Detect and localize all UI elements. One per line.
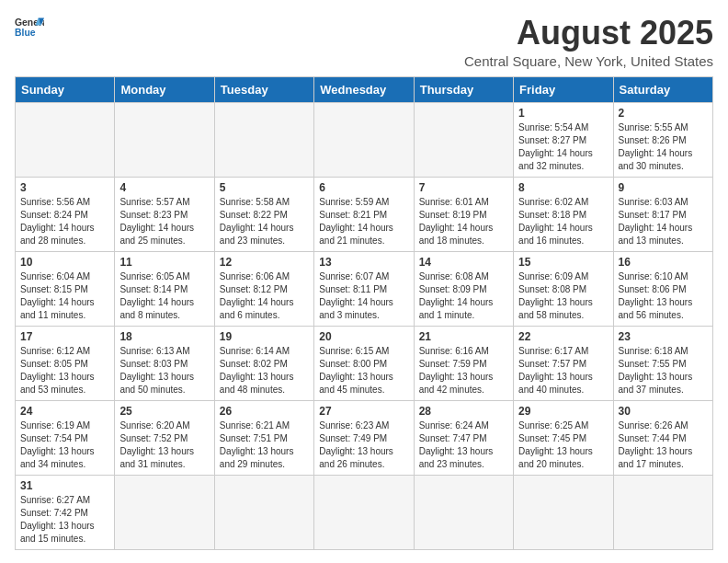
week-row-1: 1Sunrise: 5:54 AM Sunset: 8:27 PM Daylig… xyxy=(16,102,713,177)
day-number: 11 xyxy=(119,256,209,269)
day-info: Sunrise: 6:18 AM Sunset: 7:55 PM Dayligh… xyxy=(619,345,708,396)
calendar-cell: 6Sunrise: 5:59 AM Sunset: 8:21 PM Daylig… xyxy=(314,177,414,251)
day-info: Sunrise: 6:13 AM Sunset: 8:03 PM Dayligh… xyxy=(119,345,209,396)
day-number: 10 xyxy=(20,256,109,269)
calendar-cell: 19Sunrise: 6:14 AM Sunset: 8:02 PM Dayli… xyxy=(214,326,313,400)
calendar-cell xyxy=(16,102,115,177)
calendar-cell: 24Sunrise: 6:19 AM Sunset: 7:54 PM Dayli… xyxy=(16,400,115,475)
day-number: 15 xyxy=(518,256,608,269)
day-info: Sunrise: 5:59 AM Sunset: 8:21 PM Dayligh… xyxy=(319,196,408,247)
day-info: Sunrise: 6:17 AM Sunset: 7:57 PM Dayligh… xyxy=(518,345,608,396)
calendar-cell: 11Sunrise: 6:05 AM Sunset: 8:14 PM Dayli… xyxy=(115,251,214,326)
weekday-header-row: SundayMondayTuesdayWednesdayThursdayFrid… xyxy=(16,76,713,102)
calendar-cell: 20Sunrise: 6:15 AM Sunset: 8:00 PM Dayli… xyxy=(314,326,414,400)
calendar-cell: 4Sunrise: 5:57 AM Sunset: 8:23 PM Daylig… xyxy=(115,177,214,251)
day-number: 6 xyxy=(319,181,408,194)
calendar-cell: 2Sunrise: 5:55 AM Sunset: 8:26 PM Daylig… xyxy=(613,102,712,177)
day-info: Sunrise: 6:10 AM Sunset: 8:06 PM Dayligh… xyxy=(619,270,708,322)
day-info: Sunrise: 6:21 AM Sunset: 7:51 PM Dayligh… xyxy=(220,419,309,471)
day-number: 22 xyxy=(518,330,608,343)
day-number: 9 xyxy=(619,181,708,194)
day-info: Sunrise: 6:09 AM Sunset: 8:08 PM Dayligh… xyxy=(518,270,608,322)
week-row-2: 3Sunrise: 5:56 AM Sunset: 8:24 PM Daylig… xyxy=(16,177,713,251)
day-info: Sunrise: 6:07 AM Sunset: 8:11 PM Dayligh… xyxy=(319,270,408,322)
day-number: 29 xyxy=(518,405,608,418)
weekday-header-friday: Friday xyxy=(514,76,613,102)
svg-text:Blue: Blue xyxy=(15,28,36,38)
calendar-subtitle: Central Square, New York, United States xyxy=(464,53,713,69)
calendar-title: August 2025 xyxy=(464,15,713,52)
calendar-cell: 25Sunrise: 6:20 AM Sunset: 7:52 PM Dayli… xyxy=(115,400,214,475)
calendar-cell xyxy=(414,102,513,177)
day-info: Sunrise: 5:56 AM Sunset: 8:24 PM Dayligh… xyxy=(20,196,109,247)
logo: General Blue xyxy=(15,15,44,40)
day-number: 17 xyxy=(20,330,109,343)
calendar-cell: 17Sunrise: 6:12 AM Sunset: 8:05 PM Dayli… xyxy=(16,326,115,400)
calendar-cell: 12Sunrise: 6:06 AM Sunset: 8:12 PM Dayli… xyxy=(214,251,313,326)
day-info: Sunrise: 6:19 AM Sunset: 7:54 PM Dayligh… xyxy=(20,419,109,471)
calendar-cell: 18Sunrise: 6:13 AM Sunset: 8:03 PM Dayli… xyxy=(115,326,214,400)
calendar-cell xyxy=(514,475,613,549)
day-info: Sunrise: 6:12 AM Sunset: 8:05 PM Dayligh… xyxy=(20,345,109,396)
calendar-cell: 23Sunrise: 6:18 AM Sunset: 7:55 PM Dayli… xyxy=(613,326,712,400)
calendar-cell xyxy=(115,102,214,177)
weekday-header-monday: Monday xyxy=(115,76,214,102)
day-number: 20 xyxy=(319,330,408,343)
day-info: Sunrise: 6:05 AM Sunset: 8:14 PM Dayligh… xyxy=(119,270,209,322)
calendar-cell xyxy=(214,102,313,177)
day-info: Sunrise: 6:08 AM Sunset: 8:09 PM Dayligh… xyxy=(419,270,508,322)
calendar-cell: 3Sunrise: 5:56 AM Sunset: 8:24 PM Daylig… xyxy=(16,177,115,251)
weekday-header-wednesday: Wednesday xyxy=(314,76,414,102)
day-info: Sunrise: 6:06 AM Sunset: 8:12 PM Dayligh… xyxy=(220,270,309,322)
day-info: Sunrise: 6:26 AM Sunset: 7:44 PM Dayligh… xyxy=(619,419,708,471)
day-number: 1 xyxy=(518,107,608,120)
day-number: 24 xyxy=(20,405,109,418)
calendar-cell: 29Sunrise: 6:25 AM Sunset: 7:45 PM Dayli… xyxy=(514,400,613,475)
day-number: 30 xyxy=(619,405,708,418)
day-number: 19 xyxy=(220,330,309,343)
day-number: 26 xyxy=(220,405,309,418)
calendar-cell xyxy=(214,475,313,549)
day-info: Sunrise: 6:02 AM Sunset: 8:18 PM Dayligh… xyxy=(518,196,608,247)
calendar-cell: 22Sunrise: 6:17 AM Sunset: 7:57 PM Dayli… xyxy=(514,326,613,400)
day-info: Sunrise: 6:27 AM Sunset: 7:42 PM Dayligh… xyxy=(20,494,109,546)
day-number: 12 xyxy=(220,256,309,269)
weekday-header-saturday: Saturday xyxy=(613,76,712,102)
calendar-cell: 27Sunrise: 6:23 AM Sunset: 7:49 PM Dayli… xyxy=(314,400,414,475)
day-info: Sunrise: 6:03 AM Sunset: 8:17 PM Dayligh… xyxy=(619,196,708,247)
day-info: Sunrise: 6:24 AM Sunset: 7:47 PM Dayligh… xyxy=(419,419,508,471)
calendar-cell: 13Sunrise: 6:07 AM Sunset: 8:11 PM Dayli… xyxy=(314,251,414,326)
day-number: 4 xyxy=(119,181,209,194)
calendar-cell: 7Sunrise: 6:01 AM Sunset: 8:19 PM Daylig… xyxy=(414,177,513,251)
day-info: Sunrise: 5:57 AM Sunset: 8:23 PM Dayligh… xyxy=(119,196,209,247)
calendar-cell: 28Sunrise: 6:24 AM Sunset: 7:47 PM Dayli… xyxy=(414,400,513,475)
day-number: 5 xyxy=(220,181,309,194)
weekday-header-sunday: Sunday xyxy=(16,76,115,102)
calendar-cell xyxy=(314,102,414,177)
calendar-cell: 15Sunrise: 6:09 AM Sunset: 8:08 PM Dayli… xyxy=(514,251,613,326)
day-number: 7 xyxy=(419,181,508,194)
day-info: Sunrise: 6:25 AM Sunset: 7:45 PM Dayligh… xyxy=(518,419,608,471)
day-info: Sunrise: 6:16 AM Sunset: 7:59 PM Dayligh… xyxy=(419,345,508,396)
calendar-cell xyxy=(314,475,414,549)
day-info: Sunrise: 6:15 AM Sunset: 8:00 PM Dayligh… xyxy=(319,345,408,396)
day-number: 28 xyxy=(419,405,508,418)
week-row-3: 10Sunrise: 6:04 AM Sunset: 8:15 PM Dayli… xyxy=(16,251,713,326)
day-info: Sunrise: 6:01 AM Sunset: 8:19 PM Dayligh… xyxy=(419,196,508,247)
calendar-cell: 1Sunrise: 5:54 AM Sunset: 8:27 PM Daylig… xyxy=(514,102,613,177)
day-info: Sunrise: 6:04 AM Sunset: 8:15 PM Dayligh… xyxy=(20,270,109,322)
calendar-cell: 8Sunrise: 6:02 AM Sunset: 8:18 PM Daylig… xyxy=(514,177,613,251)
week-row-6: 31Sunrise: 6:27 AM Sunset: 7:42 PM Dayli… xyxy=(16,475,713,549)
day-info: Sunrise: 6:20 AM Sunset: 7:52 PM Dayligh… xyxy=(119,419,209,471)
calendar-cell: 26Sunrise: 6:21 AM Sunset: 7:51 PM Dayli… xyxy=(214,400,313,475)
day-number: 23 xyxy=(619,330,708,343)
day-number: 14 xyxy=(419,256,508,269)
calendar-cell xyxy=(414,475,513,549)
calendar-cell: 16Sunrise: 6:10 AM Sunset: 8:06 PM Dayli… xyxy=(613,251,712,326)
title-block: August 2025 Central Square, New York, Un… xyxy=(464,15,713,69)
day-number: 3 xyxy=(20,181,109,194)
day-info: Sunrise: 6:23 AM Sunset: 7:49 PM Dayligh… xyxy=(319,419,408,471)
day-number: 31 xyxy=(20,479,109,492)
calendar-cell: 14Sunrise: 6:08 AM Sunset: 8:09 PM Dayli… xyxy=(414,251,513,326)
calendar-cell xyxy=(613,475,712,549)
